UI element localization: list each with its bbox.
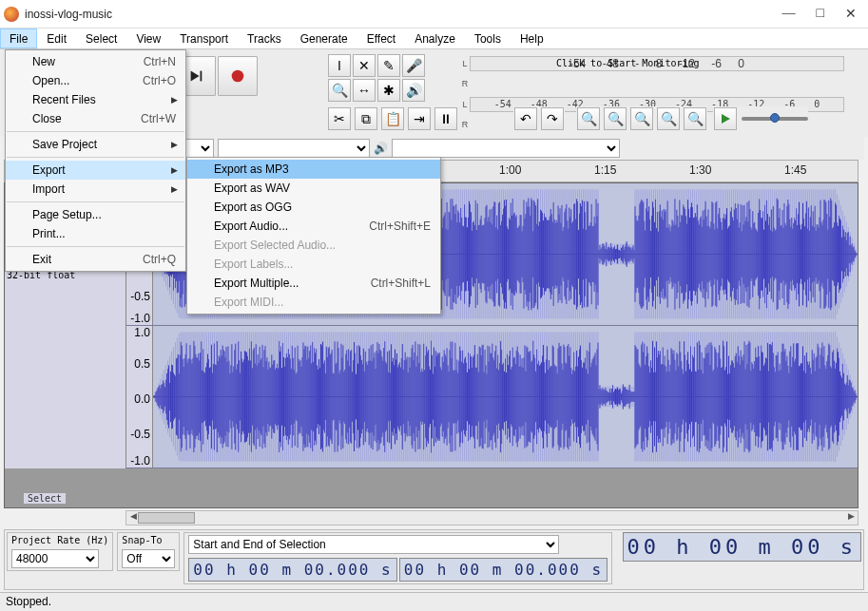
file-menu-item[interactable]: Page Setup... <box>6 205 185 224</box>
zoom-in-icon[interactable]: 🔍 <box>577 107 600 130</box>
menu-generate[interactable]: Generate <box>291 29 357 48</box>
svg-point-8 <box>232 70 244 83</box>
svg-marker-9 <box>722 114 730 124</box>
horizontal-scrollbar[interactable]: ◀ ▶ <box>125 510 858 525</box>
play-at-speed-button[interactable] <box>714 107 737 130</box>
speaker-icon[interactable]: 🔊 <box>402 79 425 102</box>
export-menu-item[interactable]: Export as OGG <box>187 198 440 217</box>
meter-play-r: R <box>460 120 470 129</box>
draw-tool-icon[interactable]: ✎ <box>377 54 400 77</box>
export-menu-item: Export MIDI... <box>187 293 440 312</box>
export-menu-item[interactable]: Export as MP3 <box>187 160 440 179</box>
project-rate-label: Project Rate (Hz) <box>11 535 108 545</box>
menu-analyze[interactable]: Analyze <box>405 29 465 48</box>
svg-marker-6 <box>191 71 200 82</box>
export-submenu: Export as MP3Export as WAVExport as OGGE… <box>186 157 441 315</box>
meter-rec-l: L <box>460 59 470 68</box>
file-menu-item[interactable]: Recent Files▶ <box>6 90 185 109</box>
file-menu-item[interactable]: Open...Ctrl+O <box>6 71 185 90</box>
scroll-right-arrow[interactable]: ▶ <box>844 511 858 525</box>
ruler-tick: 1:30 <box>689 163 711 177</box>
snap-to-select[interactable]: Off <box>122 549 175 568</box>
amplitude-scale-right: 1.0 0.5 0.0 -0.5 -1.0 <box>126 326 153 468</box>
status-bar: Stopped. <box>0 592 868 611</box>
envelope-tool-icon[interactable]: ✕ <box>353 54 376 77</box>
copy-icon[interactable]: ⧉ <box>355 107 377 130</box>
project-rate-select[interactable]: 48000 <box>11 549 99 568</box>
paste-icon[interactable]: 📋 <box>381 107 404 130</box>
file-menu-item[interactable]: Import▶ <box>6 180 185 199</box>
export-menu-item: Export Labels... <box>187 255 440 274</box>
record-button[interactable] <box>218 56 258 96</box>
fit-project-icon[interactable]: 🔍 <box>657 107 680 130</box>
audio-position-time[interactable]: 00 h 00 m 00 s <box>623 532 861 562</box>
ruler-tick: 1:15 <box>594 163 616 177</box>
playback-device-select[interactable] <box>392 139 620 158</box>
snap-to-label: Snap-To <box>122 535 175 545</box>
file-menu-item[interactable]: Save Project▶ <box>6 135 185 154</box>
export-menu-item[interactable]: Export Audio...Ctrl+Shift+E <box>187 217 440 236</box>
export-menu-item[interactable]: Export as WAV <box>187 179 440 198</box>
recording-device-select[interactable] <box>218 139 370 158</box>
maximize-button[interactable]: □ <box>817 6 824 22</box>
redo-icon[interactable]: ↷ <box>541 107 564 130</box>
menu-select[interactable]: Select <box>76 29 126 48</box>
silence-icon[interactable]: ⏸ <box>434 107 457 130</box>
menu-view[interactable]: View <box>126 29 170 48</box>
export-menu-item: Export Selected Audio... <box>187 236 440 255</box>
recording-meter[interactable]: -54 -48 - 8 -12 -6 0 Click to Start Moni… <box>470 56 844 71</box>
file-menu-item[interactable]: Export▶ <box>6 161 185 180</box>
menu-file[interactable]: File <box>0 29 37 48</box>
menu-tools[interactable]: Tools <box>465 29 511 48</box>
fit-selection-icon[interactable]: 🔍 <box>630 107 653 130</box>
mic-icon[interactable]: 🎤 <box>402 54 425 77</box>
selection-end-time[interactable]: 00 h 00 m 00.000 s <box>399 558 608 582</box>
track-select-label[interactable]: Select <box>24 493 66 504</box>
window-title: inossi-vlog-music <box>25 8 782 21</box>
file-menu-dropdown: NewCtrl+NOpen...Ctrl+ORecent Files▶Close… <box>5 49 186 272</box>
zoom-out-icon[interactable]: 🔍 <box>604 107 627 130</box>
export-menu-item[interactable]: Export Multiple...Ctrl+Shift+L <box>187 274 440 293</box>
tools-toolbar: I ✕ ✎ 🎤 🔍 ↔ ✱ 🔊 <box>327 53 449 101</box>
file-menu-item[interactable]: Print... <box>6 224 185 243</box>
title-bar: inossi-vlog-music — □ ✕ <box>0 0 868 29</box>
menu-help[interactable]: Help <box>511 29 553 48</box>
file-menu-item[interactable]: CloseCtrl+W <box>6 109 185 128</box>
ruler-tick: 1:45 <box>784 163 806 177</box>
selection-start-time[interactable]: 00 h 00 m 00.000 s <box>188 558 396 582</box>
speed-slider[interactable] <box>742 117 808 121</box>
menu-effect[interactable]: Effect <box>357 29 405 48</box>
undo-icon[interactable]: ↶ <box>514 107 537 130</box>
zoom-toolbar: 🔍 🔍 🔍 🔍 🔍 <box>576 106 707 131</box>
trim-icon[interactable]: ⇥ <box>408 107 431 130</box>
menu-edit[interactable]: Edit <box>37 29 76 48</box>
scroll-thumb[interactable] <box>138 512 195 524</box>
monitor-hint: Click to Start Monitoring <box>556 58 700 68</box>
selection-toolbar: Project Rate (Hz) 48000 Snap-To Off Star… <box>4 529 864 590</box>
close-button[interactable]: ✕ <box>845 6 857 22</box>
app-icon <box>4 7 19 22</box>
file-menu-item[interactable]: NewCtrl+N <box>6 52 185 71</box>
zoom-tool-icon[interactable]: 🔍 <box>328 79 351 102</box>
cut-icon[interactable]: ✂ <box>328 107 351 130</box>
meter-play-l: L <box>460 100 470 109</box>
undo-toolbar: ↶ ↷ <box>513 106 565 131</box>
play-at-speed <box>713 106 808 131</box>
file-menu-item[interactable]: ExitCtrl+Q <box>6 250 185 269</box>
timeshift-tool-icon[interactable]: ↔ <box>353 79 376 102</box>
multi-tool-icon[interactable]: ✱ <box>377 79 400 102</box>
speaker-out-icon: 🔊 <box>374 142 388 155</box>
ruler-tick: 1:00 <box>499 163 521 177</box>
menu-bar: File Edit Select View Transport Tracks G… <box>0 29 868 49</box>
edit-toolbar: ✂ ⧉ 📋 ⇥ ⏸ <box>327 106 458 131</box>
meter-rec-r: R <box>460 79 470 88</box>
menu-tracks[interactable]: Tracks <box>238 29 291 48</box>
selection-mode-select[interactable]: Start and End of Selection <box>188 535 559 554</box>
status-text: Stopped. <box>6 595 51 608</box>
minimize-button[interactable]: — <box>782 6 796 22</box>
menu-transport[interactable]: Transport <box>170 29 238 48</box>
zoom-toggle-icon[interactable]: 🔍 <box>684 107 706 130</box>
selection-tool-icon[interactable]: I <box>328 54 351 77</box>
svg-rect-7 <box>201 71 203 82</box>
